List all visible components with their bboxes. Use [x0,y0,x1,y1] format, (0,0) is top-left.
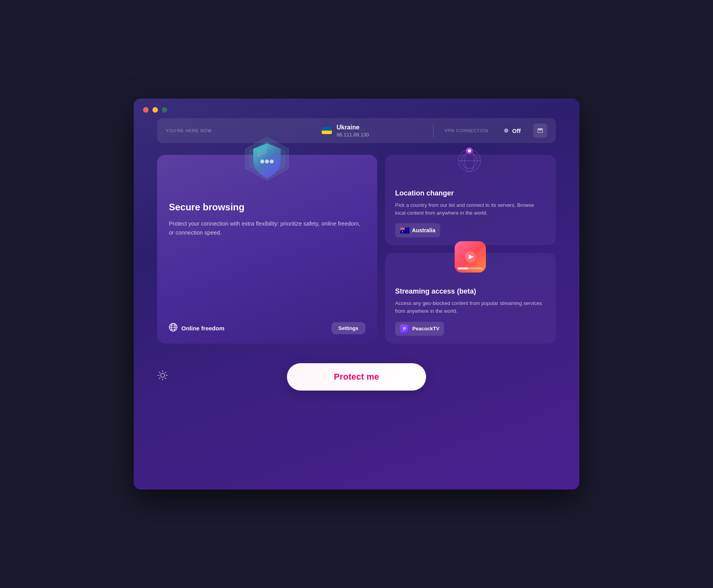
card-settings-button[interactable]: Settings [331,322,365,334]
vpn-toggle[interactable]: Off [504,127,521,134]
progress-fill [458,267,468,269]
peacock-logo: P [400,324,409,333]
streaming-card-footer: P PeacockTV [395,316,546,336]
streaming-card-desc: Access any geo-blocked content from popu… [395,299,546,315]
footer-mode-label: Online freedom [181,325,224,332]
streaming-card-content: Streaming access (beta) Access any geo-b… [395,287,546,315]
flag-button[interactable] [533,124,547,138]
location-changer-card[interactable]: Location changer Pick a country from our… [385,155,556,245]
streaming-card-title: Streaming access (beta) [395,287,546,296]
cards-area: Secure browsing Protect your connection … [134,155,579,344]
secure-browsing-card[interactable]: Secure browsing Protect your connection … [157,155,377,344]
flag-icon [537,127,543,134]
protect-me-button[interactable]: Protect me [287,363,426,391]
ip-address: 86.111.88.130 [337,132,369,138]
country-name: Ukraine [337,124,369,131]
location-card-footer: 🇦🇺 Australia [395,217,546,237]
header-bar: YOU'RE HERE NOW Ukraine 86.111.88.130 VP… [157,118,556,143]
secure-browsing-desc: Protect your connection with extra flexi… [169,219,365,237]
play-icon-svg [463,250,477,264]
header-divider [433,124,434,138]
ukraine-flag [322,127,332,134]
streaming-icon [455,241,486,272]
secure-browsing-title: Secure browsing [169,202,365,213]
minimize-button[interactable] [152,107,158,113]
globe-icon [169,323,177,333]
svg-text:P: P [403,327,406,331]
service-badge: P PeacockTV [395,322,444,336]
gear-icon [157,370,168,381]
side-cards: Location changer Pick a country from our… [385,155,556,344]
svg-point-3 [260,160,264,163]
progress-bar [458,267,483,269]
streaming-card[interactable]: Streaming access (beta) Access any geo-b… [385,253,556,343]
svg-point-22 [161,373,165,377]
secure-browsing-footer: Online freedom Settings [169,314,365,334]
vpn-status-text: Off [512,127,521,134]
country-name-label: Australia [412,227,435,233]
service-name: PeacockTV [412,326,439,332]
secure-browsing-content: Secure browsing Protect your connection … [169,202,365,314]
secure-browsing-icon [234,133,300,192]
shield-svg [234,133,300,192]
location-card-title: Location changer [395,189,546,197]
settings-gear-button[interactable] [157,370,168,384]
vpn-status-dot [504,129,508,133]
footer-left: Online freedom [169,323,224,333]
vpn-section: VPN CONNECTION Off [444,124,547,138]
location-section: YOU'RE HERE NOW [166,128,269,133]
globe-svg [169,323,177,332]
app-window: YOU'RE HERE NOW Ukraine 86.111.88.130 VP… [134,99,579,489]
location-card-content: Location changer Pick a country from our… [395,189,546,217]
location-card-desc: Pick a country from our list and connect… [395,201,546,217]
titlebar [134,99,579,118]
maximize-button[interactable] [162,107,167,113]
australia-flag: 🇦🇺 [400,226,410,235]
svg-point-17 [468,149,471,152]
peacock-logo-svg: P [401,325,408,332]
svg-point-4 [265,160,269,163]
location-icon [455,143,486,174]
vpn-label: VPN CONNECTION [444,128,488,133]
close-button[interactable] [143,107,149,113]
location-label: YOU'RE HERE NOW [166,128,269,133]
location-icon-svg [455,143,486,174]
svg-point-5 [270,160,274,163]
country-badge: 🇦🇺 Australia [395,223,440,237]
bottom-bar: Protect me [134,359,579,406]
